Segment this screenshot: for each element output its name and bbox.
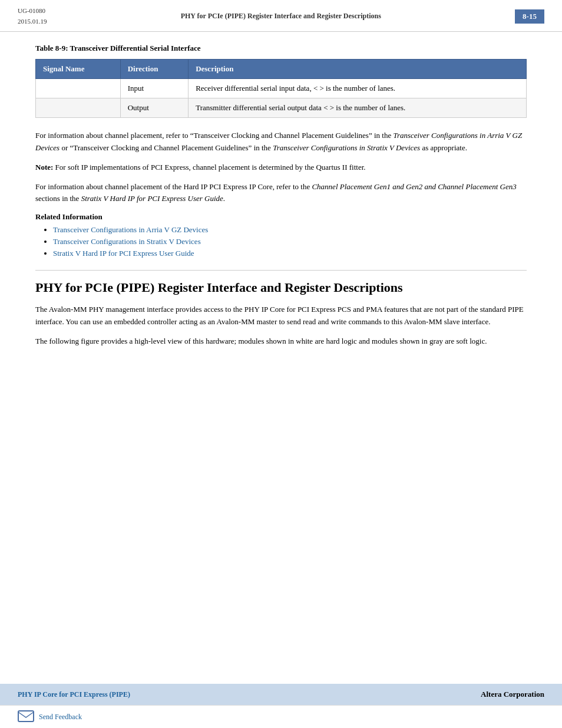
page-footer: PHY IP Core for PCI Express (PIPE) Alter… bbox=[0, 684, 562, 705]
list-item: Stratix V Hard IP for PCI Express User G… bbox=[53, 249, 527, 258]
list-item: Transceiver Configurations in Arria V GZ… bbox=[53, 225, 527, 235]
footer-link[interactable]: PHY IP Core for PCI Express (PIPE) bbox=[18, 690, 130, 699]
footer-left: PHY IP Core for PCI Express (PIPE) bbox=[18, 690, 130, 699]
cell-signal-1 bbox=[36, 79, 121, 98]
table-header-row: Signal Name Direction Description bbox=[36, 60, 527, 79]
cell-signal-2 bbox=[36, 98, 121, 118]
note-block: Note: For soft IP implementations of PCI… bbox=[35, 162, 527, 174]
transceiver-table: Signal Name Direction Description Input … bbox=[35, 59, 527, 118]
col-direction: Direction bbox=[120, 60, 189, 79]
note-label: Note: bbox=[35, 163, 53, 172]
note-text: For soft IP implementations of PCI Expre… bbox=[55, 163, 366, 172]
section-paragraph-2: The following figure provides a high-lev… bbox=[35, 335, 527, 348]
list-item: Transceiver Configurations in Stratix V … bbox=[53, 237, 527, 246]
table-title: Table 8-9: Transceiver Differential Seri… bbox=[35, 44, 527, 53]
page: UG-01080 2015.01.19 PHY for PCIe (PIPE) … bbox=[0, 0, 562, 728]
cell-direction-2: Output bbox=[120, 98, 189, 118]
feedback-icon bbox=[18, 710, 34, 723]
body-paragraph-2: For information about channel placement … bbox=[35, 181, 527, 206]
section-paragraph-1: The Avalon-MM PHY management interface p… bbox=[35, 304, 527, 328]
section-heading: PHY for PCIe (PIPE) Register Interface a… bbox=[35, 270, 527, 295]
cell-desc-2: Transmitter differential serial output d… bbox=[189, 98, 527, 118]
table-row: Input Receiver differential serial input… bbox=[36, 79, 527, 98]
body-paragraph-1: For information about channel placement,… bbox=[35, 130, 527, 154]
doc-id: UG-01080 bbox=[18, 6, 47, 17]
cell-desc-1: Receiver differential serial input data,… bbox=[189, 79, 527, 98]
related-info-label: Related Information bbox=[35, 212, 527, 222]
svg-rect-0 bbox=[18, 711, 34, 722]
doc-date: 2015.01.19 bbox=[18, 17, 47, 27]
link-arria[interactable]: Transceiver Configurations in Arria V GZ… bbox=[53, 225, 208, 234]
header-title: PHY for PCIe (PIPE) Register Interface a… bbox=[47, 12, 515, 21]
table-row: Output Transmitter differential serial o… bbox=[36, 98, 527, 118]
col-description: Description bbox=[189, 60, 527, 79]
cell-direction-1: Input bbox=[120, 79, 189, 98]
link-user-guide[interactable]: Stratix V Hard IP for PCI Express User G… bbox=[53, 249, 194, 258]
send-feedback-bar: Send Feedback bbox=[0, 705, 562, 728]
related-info-list: Transceiver Configurations in Arria V GZ… bbox=[35, 225, 527, 258]
page-number: 8-15 bbox=[515, 9, 544, 24]
main-content: Table 8-9: Transceiver Differential Seri… bbox=[0, 32, 562, 684]
footer-right: Altera Corporation bbox=[481, 690, 544, 699]
col-signal-name: Signal Name bbox=[36, 60, 121, 79]
doc-info: UG-01080 2015.01.19 bbox=[18, 6, 47, 27]
send-feedback-link[interactable]: Send Feedback bbox=[39, 713, 82, 722]
page-header: UG-01080 2015.01.19 PHY for PCIe (PIPE) … bbox=[0, 0, 562, 32]
link-stratix[interactable]: Transceiver Configurations in Stratix V … bbox=[53, 237, 201, 246]
